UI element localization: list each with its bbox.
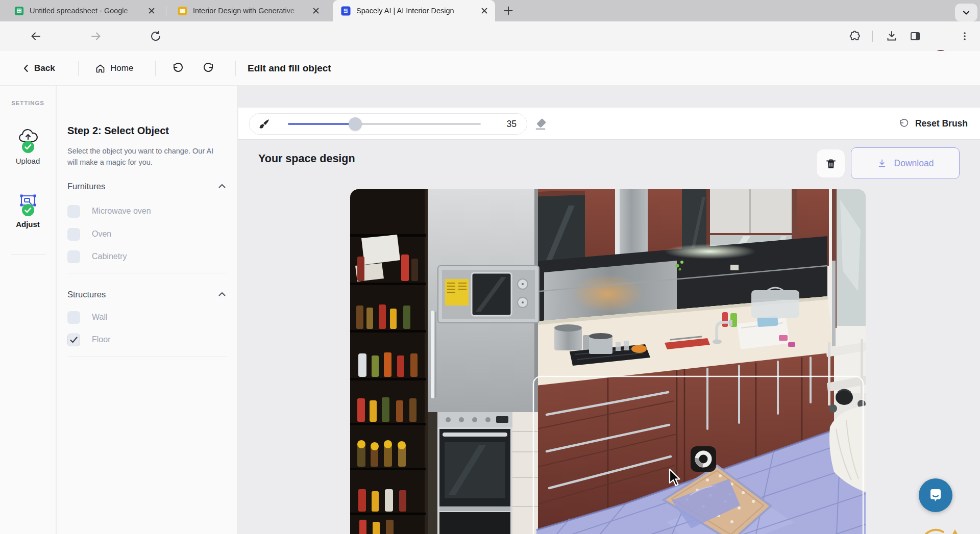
- home-button[interactable]: Home: [95, 51, 133, 86]
- close-tab-icon[interactable]: [480, 6, 489, 15]
- checkbox-row-oven[interactable]: Oven: [67, 227, 220, 241]
- checkbox-label: Cabinetry: [92, 252, 127, 261]
- header-divider: [78, 61, 79, 76]
- slider-fill: [288, 123, 355, 125]
- tab-google-sheets[interactable]: Untitled spreadsheet - Google: [7, 0, 161, 21]
- chevron-up-icon: [217, 290, 227, 299]
- checkbox-label: Microwave oven: [92, 207, 151, 216]
- panel-title: Step 2: Select Object: [67, 125, 169, 137]
- google-sheets-icon: [14, 6, 24, 16]
- settings-rail: SETTINGS Upload Adjust: [0, 86, 56, 534]
- checkbox-label: Floor: [92, 335, 110, 344]
- checkbox-row-microwave-oven[interactable]: Microwave oven: [67, 205, 220, 218]
- page-title: Edit and fill object: [248, 51, 331, 86]
- new-tab-button[interactable]: [501, 4, 516, 18]
- section-label: Furnitures: [67, 182, 105, 191]
- brush-size-value: 35: [507, 119, 517, 130]
- panel-divider: [67, 273, 227, 273]
- settings-heading: SETTINGS: [0, 100, 56, 106]
- checkbox-unchecked[interactable]: [67, 205, 80, 218]
- tab-google-slides[interactable]: Interior Design with Generative: [173, 0, 326, 21]
- app-header: Back Home Edit and fill object Upgrade t…: [0, 51, 980, 86]
- reset-brush-button[interactable]: Reset Brush: [898, 108, 968, 140]
- browser-toolbar: spacely.ai/app/tool/edit-and-fill: [0, 21, 980, 51]
- header-divider: [155, 61, 156, 76]
- bottle-shelf: [350, 189, 428, 534]
- checkbox-row-cabinetry[interactable]: Cabinetry: [67, 250, 220, 263]
- redo-button[interactable]: [203, 51, 215, 86]
- step-adjust[interactable]: Adjust: [0, 193, 56, 228]
- check-icon: [70, 337, 78, 343]
- step-upload[interactable]: Upload: [0, 128, 56, 165]
- brush-cursor-badge: [691, 446, 716, 472]
- oven: [437, 412, 512, 534]
- chevron-left-icon: [21, 64, 31, 73]
- checkbox-unchecked[interactable]: [67, 228, 80, 241]
- home-label: Home: [110, 63, 133, 73]
- toolbar-divider: [872, 31, 873, 42]
- checkbox-row-floor[interactable]: Floor: [67, 333, 220, 346]
- tab-title: Untitled spreadsheet - Google: [30, 7, 143, 15]
- section-structures[interactable]: Structures: [67, 288, 227, 300]
- checkbox-unchecked[interactable]: [67, 250, 80, 263]
- back-label: Back: [34, 63, 55, 73]
- undo-button[interactable]: [172, 51, 184, 86]
- plus-icon: [503, 5, 514, 16]
- checkbox-unchecked[interactable]: [67, 311, 80, 324]
- reset-icon: [898, 118, 909, 129]
- back-nav-icon[interactable]: [30, 30, 42, 42]
- tab-title: Spacely AI | AI Interior Design: [356, 7, 476, 15]
- back-button[interactable]: Back: [21, 51, 55, 86]
- slider-thumb[interactable]: [349, 117, 362, 131]
- panel-divider: [67, 357, 227, 357]
- checkbox-label: Wall: [92, 313, 108, 322]
- brush-size-slider[interactable]: [288, 117, 481, 131]
- space-design-image[interactable]: [350, 189, 866, 534]
- close-tab-icon[interactable]: [311, 6, 321, 15]
- kitchen-photo: [350, 189, 866, 534]
- undo-icon: [172, 62, 184, 74]
- side-panel-icon[interactable]: [909, 30, 921, 42]
- eraser-icon[interactable]: [533, 117, 548, 131]
- download-button[interactable]: Download: [851, 147, 960, 179]
- forward-nav-icon[interactable]: [90, 30, 102, 42]
- delete-design-button[interactable]: [816, 149, 845, 178]
- tab-spacely-active[interactable]: Spacely AI | AI Interior Design: [333, 0, 495, 21]
- tab-divider: [166, 6, 166, 16]
- section-furnitures[interactable]: Furnitures: [67, 180, 227, 192]
- workspace: SETTINGS Upload Adjust Step 2: Select Ob…: [0, 86, 980, 534]
- checkbox-checked[interactable]: [67, 334, 80, 346]
- microwave: [438, 266, 539, 323]
- browser-window: Untitled spreadsheet - Google Interior D…: [0, 0, 980, 534]
- design-canvas-area: 35 Reset Brush Your space design Downloa…: [238, 86, 980, 534]
- spacely-logo-icon: [341, 6, 351, 16]
- select-object-panel: Step 2: Select Object Select the object …: [57, 86, 238, 534]
- paintbrush-icon[interactable]: [258, 118, 271, 131]
- chevron-down-icon: [962, 8, 971, 17]
- chat-support-button[interactable]: [919, 478, 952, 512]
- window-chevron-button[interactable]: [955, 4, 977, 21]
- rail-divider: [11, 255, 46, 255]
- section-label: Structures: [67, 290, 106, 299]
- brush-toolbar: 35 Reset Brush: [238, 108, 980, 140]
- redo-icon: [203, 62, 215, 74]
- step-adjust-label: Adjust: [0, 220, 56, 228]
- header-divider: [235, 61, 236, 76]
- check-circle-icon: [21, 140, 35, 154]
- extensions-puzzle-icon[interactable]: [849, 30, 861, 42]
- chevron-up-icon: [217, 182, 227, 191]
- step-upload-label: Upload: [0, 157, 56, 165]
- checkbox-row-wall[interactable]: Wall: [67, 311, 220, 324]
- close-tab-icon[interactable]: [147, 6, 156, 15]
- reset-brush-label: Reset Brush: [915, 118, 968, 129]
- sparkle-decoration: [923, 526, 964, 534]
- reload-icon[interactable]: [150, 30, 162, 42]
- browser-menu-kebab-icon[interactable]: [960, 30, 969, 42]
- tab-strip: Untitled spreadsheet - Google Interior D…: [0, 0, 980, 21]
- home-icon: [95, 63, 106, 74]
- panel-description: Select the object you want to change. Ou…: [67, 145, 220, 168]
- brush-size-control: 35: [249, 113, 527, 135]
- download-label: Download: [894, 158, 934, 169]
- chat-bubble-icon: [927, 487, 944, 503]
- downloads-icon[interactable]: [886, 30, 898, 42]
